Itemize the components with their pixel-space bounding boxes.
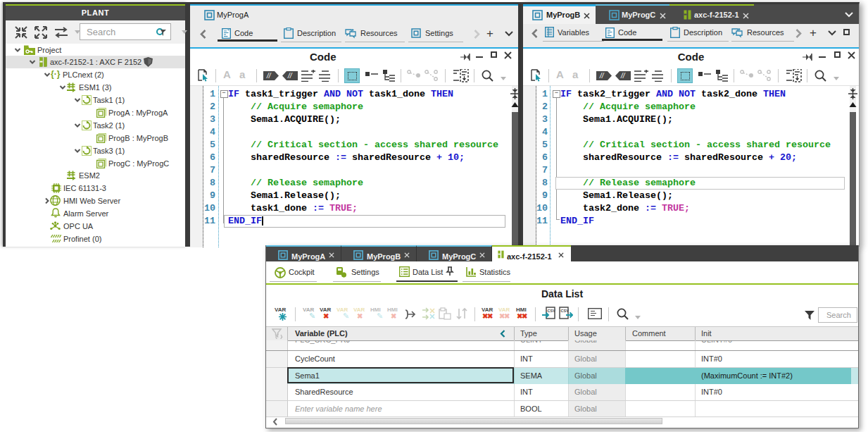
- svg-text:CSV: CSV: [548, 309, 556, 313]
- svg-text:CSV: CSV: [561, 309, 570, 313]
